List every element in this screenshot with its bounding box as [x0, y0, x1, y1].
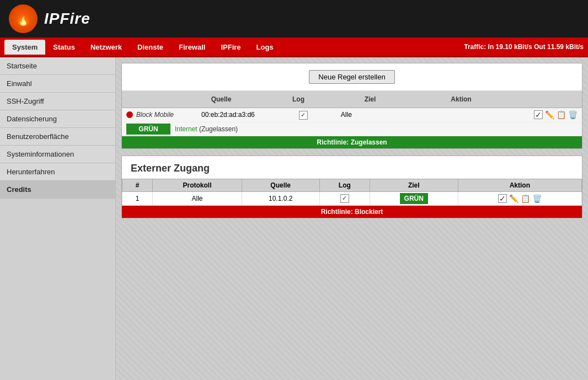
- flame-icon: 🔥: [15, 11, 31, 26]
- traffic-info: Traffic: In 19.10 kBit/s Out 11.59 kBit/…: [464, 43, 584, 51]
- copy-icon-row1[interactable]: 📋: [521, 194, 530, 203]
- policy-banner-green: Richtlinie: Zugelassen: [122, 136, 582, 148]
- sidebar-item-startseite[interactable]: Startseite: [0, 57, 115, 75]
- internet-link[interactable]: Internet: [175, 125, 197, 133]
- nav-item-system[interactable]: System: [4, 40, 45, 55]
- sidebar-item-credits[interactable]: Credits: [0, 181, 115, 199]
- new-rule-row: Neue Regel erstellen: [122, 63, 582, 91]
- sidebar-item-systeminformationen[interactable]: Systeminformationen: [0, 146, 115, 163]
- col-empty: [122, 93, 166, 105]
- sidebar-item-benutzeroberflaeche[interactable]: Benutzeroberfläche: [0, 128, 115, 146]
- th-quelle: Quelle: [242, 179, 319, 191]
- upper-rules-card: Neue Regel erstellen Quelle Log Ziel Akt…: [121, 63, 582, 149]
- externer-zugang-table: # Protokoll Quelle Log Ziel Aktion 1 All…: [122, 179, 582, 206]
- policy-text: Internet (Zugelassen): [175, 125, 238, 133]
- enable-checkbox[interactable]: [534, 110, 543, 119]
- cell-aktion: ✏️ 📋 🗑️: [458, 191, 581, 205]
- policy-banner-red: Richtlinie: Blockiert: [122, 206, 582, 218]
- nav-item-dienste[interactable]: Dienste: [130, 40, 171, 55]
- cell-log: [319, 191, 370, 205]
- cell-ziel: GRÜN: [370, 191, 458, 205]
- nav-item-firewall[interactable]: Firewall: [171, 40, 213, 55]
- table-row: 1 Alle 10.1.0.2 GRÜN ✏️: [122, 191, 582, 205]
- nav-item-netzwerk[interactable]: Netzwerk: [83, 40, 130, 55]
- nav-item-logs[interactable]: Logs: [249, 40, 281, 55]
- copy-icon[interactable]: 📋: [557, 110, 566, 119]
- block-mobile-actions: ✏️ 📋 🗑️: [534, 110, 578, 119]
- new-rule-button[interactable]: Neue Regel erstellen: [309, 70, 394, 84]
- content-area: Neue Regel erstellen Quelle Log Ziel Akt…: [116, 57, 588, 380]
- navbar: System Status Netzwerk Dienste Firewall …: [0, 38, 588, 57]
- policy-suffix: (Zugelassen): [199, 125, 238, 133]
- sidebar-item-ssh[interactable]: SSH-Zugriff: [0, 93, 115, 110]
- zone-label: GRÜN: [126, 124, 170, 135]
- col-quelle: Quelle: [166, 93, 276, 105]
- rule-table-header: Quelle Log Ziel Aktion: [122, 91, 582, 108]
- externer-zugang-card: Externer Zugang # Protokoll Quelle Log Z…: [121, 156, 582, 218]
- col-log: Log: [276, 93, 320, 105]
- cell-protokoll: Alle: [153, 191, 242, 205]
- nav-item-ipfire[interactable]: IPFire: [213, 40, 248, 55]
- block-mobile-ziel: Alle: [341, 111, 352, 119]
- sidebar: Startseite Einwahl SSH-Zugriff Datensich…: [0, 57, 116, 380]
- nav-item-status[interactable]: Status: [45, 40, 83, 55]
- delete-icon-row1[interactable]: 🗑️: [532, 194, 542, 203]
- externer-zugang-title: Externer Zugang: [122, 156, 582, 179]
- gruen-cell: GRÜN: [400, 193, 428, 204]
- enable-checkbox-row1[interactable]: [498, 194, 507, 203]
- log-check[interactable]: [340, 194, 349, 203]
- th-ziel: Ziel: [370, 179, 458, 191]
- edit-icon-row1[interactable]: ✏️: [509, 194, 518, 203]
- sidebar-item-einwahl[interactable]: Einwahl: [0, 75, 115, 93]
- edit-icon[interactable]: ✏️: [545, 110, 554, 119]
- table-header-row: # Protokoll Quelle Log Ziel Aktion: [122, 179, 582, 191]
- app-title: IPFire: [44, 10, 90, 28]
- th-protokoll: Protokoll: [153, 179, 242, 191]
- th-log: Log: [319, 179, 370, 191]
- block-mobile-source: 00:eb:2d:ad:a3:d6: [201, 111, 255, 119]
- block-mobile-row: Block Mobile 00:eb:2d:ad:a3:d6 Alle ✏️ 📋…: [122, 108, 582, 122]
- sidebar-item-datensicherung[interactable]: Datensicherung: [0, 110, 115, 128]
- col-ziel: Ziel: [320, 93, 420, 105]
- col-aktion: Aktion: [420, 93, 503, 105]
- main-layout: Startseite Einwahl SSH-Zugriff Datensich…: [0, 57, 588, 380]
- delete-icon[interactable]: 🗑️: [568, 110, 578, 119]
- app-logo: 🔥: [9, 4, 38, 33]
- block-mobile-label: Block Mobile: [136, 111, 174, 119]
- action-icons-row1: ✏️ 📋 🗑️: [463, 194, 577, 203]
- cell-num: 1: [122, 191, 153, 205]
- block-mobile-action-icons: ✏️ 📋 🗑️: [534, 110, 578, 119]
- th-num: #: [122, 179, 153, 191]
- sidebar-item-herunterfahren[interactable]: Herunterfahren: [0, 163, 115, 181]
- red-status-dot: [126, 111, 133, 118]
- cell-quelle: 10.1.0.2: [242, 191, 319, 205]
- log-checkbox[interactable]: [299, 111, 308, 120]
- header: 🔥 IPFire: [0, 0, 588, 38]
- block-mobile-log-check: [299, 110, 308, 120]
- th-aktion: Aktion: [458, 179, 581, 191]
- policy-zone-row: GRÜN Internet (Zugelassen): [122, 122, 582, 136]
